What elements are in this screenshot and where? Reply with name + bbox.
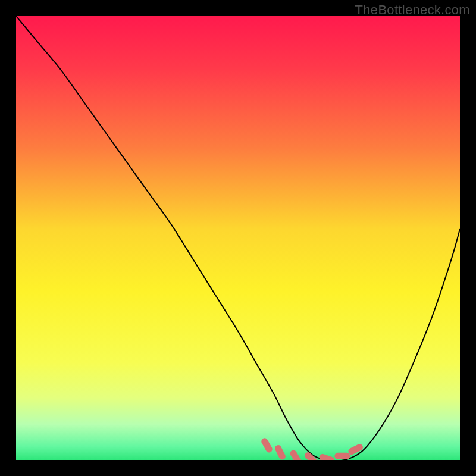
marker-dash (334, 453, 350, 459)
gradient-background (16, 16, 460, 460)
bottleneck-plot (16, 16, 460, 460)
chart-frame (16, 16, 460, 460)
watermark-text: TheBottleneck.com (355, 2, 470, 18)
